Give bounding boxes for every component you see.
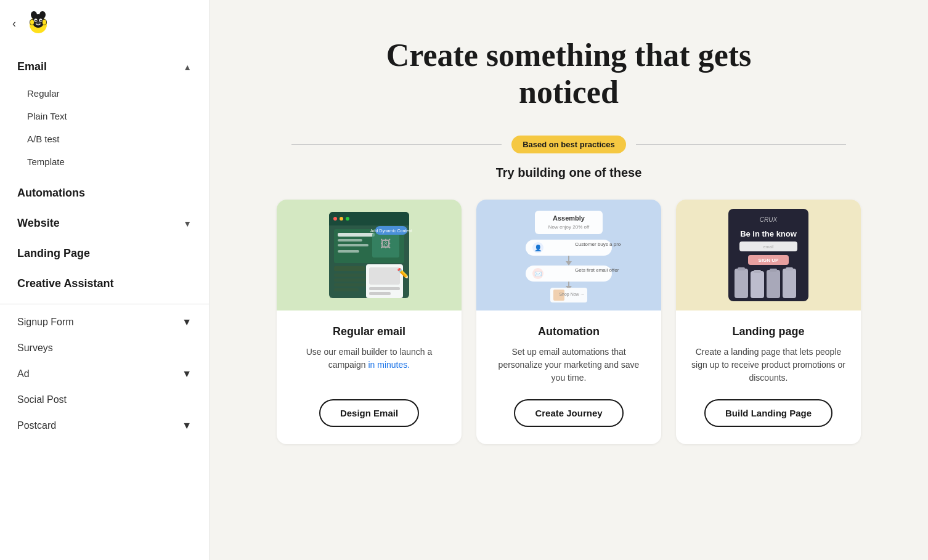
svg-text:email: email <box>763 245 774 249</box>
card-title-landing: Landing page <box>733 325 805 338</box>
divider-left <box>291 144 502 145</box>
svg-rect-32 <box>369 292 391 295</box>
chevron-up-icon: ▲ <box>183 62 192 72</box>
sidebar-item-template[interactable]: Template <box>0 150 209 173</box>
sidebar-item-landing-page[interactable]: Landing Page <box>0 238 209 269</box>
card-image-automation: Assembly Now enjoy 20% off 👤 Customer bu… <box>476 200 661 310</box>
card-body-landing: Landing page Create a landing page that … <box>676 310 861 444</box>
svg-rect-28 <box>334 288 359 291</box>
card-title-email: Regular email <box>333 325 405 338</box>
section-subtitle: Try building one of these <box>496 166 642 180</box>
svg-text:✉️: ✉️ <box>534 270 542 278</box>
email-editor-illustration: 🖼 ✏️ Add Dynamic Content <box>317 206 421 304</box>
back-button[interactable]: ‹ <box>12 17 16 30</box>
svg-point-14 <box>333 217 337 221</box>
svg-rect-30 <box>369 267 400 285</box>
card-automation: Assembly Now enjoy 20% off 👤 Customer bu… <box>476 200 661 444</box>
chevron-down-icon-sf: ▼ <box>182 317 192 328</box>
cards-container: 🖼 ✏️ Add Dynamic Content <box>273 200 865 444</box>
design-email-button[interactable]: Design Email <box>319 399 419 427</box>
main-content: Create something that gets noticed Based… <box>210 0 928 560</box>
card-description-automation: Set up email automations that personaliz… <box>491 346 646 384</box>
email-sub-items: Regular Plain Text A/B test Template <box>0 82 209 178</box>
card-image-landing: CRUX Be in the know email SIGN UP <box>676 200 861 310</box>
svg-rect-67 <box>770 269 777 272</box>
create-journey-button[interactable]: Create Journey <box>514 399 623 427</box>
svg-rect-62 <box>751 271 764 298</box>
sidebar-item-website[interactable]: Website ▼ <box>0 208 209 238</box>
card-image-email: 🖼 ✏️ Add Dynamic Content <box>277 200 462 310</box>
svg-text:Now enjoy 20% off: Now enjoy 20% off <box>548 224 590 230</box>
divider-section: Based on best practices <box>291 136 846 153</box>
sidebar-item-automations[interactable]: Automations <box>0 178 209 208</box>
svg-rect-63 <box>767 270 780 298</box>
svg-rect-68 <box>786 267 793 270</box>
svg-rect-18 <box>338 233 375 237</box>
sidebar-item-postcard[interactable]: Postcard ▼ <box>0 413 209 439</box>
best-practices-badge: Based on best practices <box>511 136 626 153</box>
svg-rect-26 <box>334 278 371 282</box>
svg-rect-65 <box>738 267 745 270</box>
svg-rect-31 <box>369 287 400 290</box>
svg-rect-20 <box>338 244 368 246</box>
card-landing-page: CRUX Be in the know email SIGN UP <box>676 200 861 444</box>
card-description-landing: Create a landing page that lets people s… <box>691 346 846 384</box>
sidebar-item-website-label: Website <box>17 217 60 230</box>
svg-text:🖼: 🖼 <box>380 238 391 250</box>
svg-rect-64 <box>783 269 796 298</box>
mailchimp-logo <box>25 10 52 37</box>
sidebar-item-email[interactable]: Email ▲ <box>0 52 209 82</box>
sidebar-item-email-label: Email <box>17 60 47 73</box>
chevron-down-icon-pc: ▼ <box>182 420 192 431</box>
sidebar-item-regular[interactable]: Regular <box>0 82 209 105</box>
automation-illustration: Assembly Now enjoy 20% off 👤 Customer bu… <box>516 206 621 304</box>
sidebar-header: ‹ <box>0 0 209 47</box>
nav-section-email: Email ▲ Regular Plain Text A/B test Temp… <box>0 52 209 178</box>
card-description-email: Use our email builder to launch a campai… <box>291 346 447 384</box>
ad-label: Ad <box>17 368 30 379</box>
svg-text:Assembly: Assembly <box>553 214 585 222</box>
svg-point-9 <box>31 11 37 18</box>
sidebar-item-ad[interactable]: Ad ▼ <box>0 361 209 387</box>
sidebar-item-plain-text[interactable]: Plain Text <box>0 105 209 128</box>
hero-title: Create something that gets noticed <box>353 37 784 111</box>
sidebar-item-creative-assistant[interactable]: Creative Assistant <box>0 269 209 299</box>
sidebar-item-surveys[interactable]: Surveys <box>0 335 209 361</box>
svg-point-15 <box>340 217 343 221</box>
svg-text:Gets first email offer: Gets first email offer <box>575 267 619 273</box>
sidebar-divider <box>0 304 209 304</box>
chevron-down-icon-ad: ▼ <box>182 368 192 379</box>
svg-text:✏️: ✏️ <box>397 267 409 279</box>
build-landing-page-button[interactable]: Build Landing Page <box>704 399 832 427</box>
svg-text:👤: 👤 <box>534 244 542 252</box>
sidebar-navigation: Email ▲ Regular Plain Text A/B test Temp… <box>0 47 209 444</box>
svg-text:Be in the know: Be in the know <box>740 229 797 238</box>
svg-text:CRUX: CRUX <box>760 216 778 223</box>
sidebar-item-automations-label: Automations <box>17 187 85 200</box>
svg-text:Shop Now →: Shop Now → <box>559 292 584 297</box>
social-post-label: Social Post <box>17 394 67 405</box>
svg-point-10 <box>39 11 46 18</box>
sidebar: ‹ Email ▲ Regular <box>0 0 210 560</box>
svg-rect-13 <box>329 222 409 225</box>
svg-point-4 <box>35 20 37 22</box>
landing-page-illustration: CRUX Be in the know email SIGN UP <box>716 206 821 304</box>
sidebar-item-landing-page-label: Landing Page <box>17 247 90 260</box>
postcard-label: Postcard <box>17 420 56 431</box>
svg-rect-21 <box>338 250 359 253</box>
svg-point-16 <box>346 217 349 221</box>
svg-point-5 <box>40 20 42 22</box>
sidebar-item-ab-test[interactable]: A/B test <box>0 128 209 150</box>
chevron-down-icon: ▼ <box>183 219 192 229</box>
divider-right <box>636 144 846 145</box>
sidebar-item-signup-form[interactable]: Signup Form ▼ <box>0 309 209 335</box>
svg-text:Add Dynamic Content: Add Dynamic Content <box>370 229 412 233</box>
signup-form-label: Signup Form <box>17 317 74 328</box>
sidebar-item-social-post[interactable]: Social Post <box>0 387 209 413</box>
card-regular-email: 🖼 ✏️ Add Dynamic Content <box>277 200 462 444</box>
surveys-label: Surveys <box>17 343 53 354</box>
svg-rect-66 <box>754 270 761 273</box>
svg-point-8 <box>43 20 47 25</box>
svg-rect-61 <box>735 269 748 298</box>
svg-text:Customer buys a product: Customer buys a product <box>575 241 621 247</box>
